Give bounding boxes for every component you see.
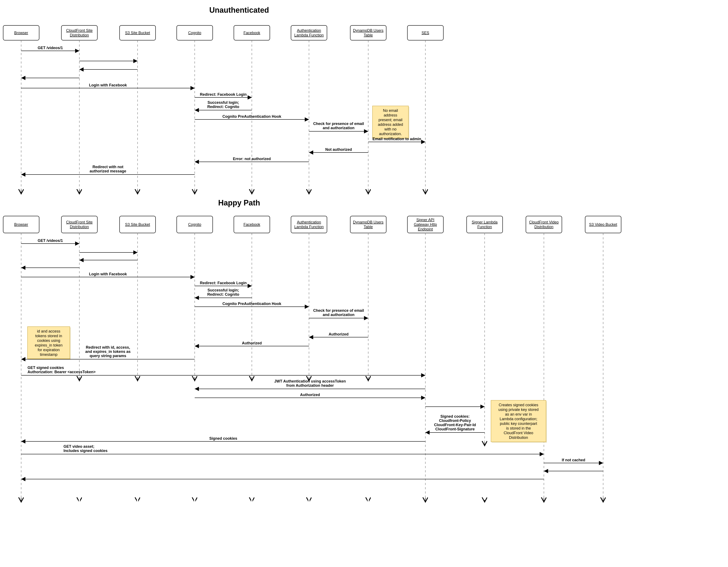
d2-note2-line: using private key stored: [498, 408, 539, 412]
d2-m9a: Redirect with id, access,: [86, 345, 130, 350]
d1-actor-7-label: SES: [422, 31, 429, 35]
d2-mask-5: [308, 382, 310, 504]
d1-actor-1-label: CloudFront Site: [66, 28, 92, 33]
d2-m10b: Authorization: Bearer <accessToken>: [28, 370, 96, 374]
d1-m9: Error: not authorized: [233, 157, 271, 161]
d2-actor-6: [350, 216, 386, 233]
d2-actor-9: [526, 216, 562, 233]
d1-m3: Redirect: Facebook Login: [200, 92, 247, 97]
d1-actor-5-label: Lambda Function: [294, 33, 324, 37]
d2-actor-1-label: Distribution: [70, 225, 89, 229]
d2-note1-line: timestamp: [40, 353, 57, 357]
d1-m10b: authorized message: [90, 169, 126, 173]
d2-note2-line: Distribution: [509, 436, 528, 440]
d1-m8: Not authorized: [325, 147, 352, 152]
d2-m1: GET /videos/1: [38, 238, 63, 243]
d2-m5: Cognito PreAuthentication Hook: [222, 302, 281, 306]
d1-actor-0-label: Browser: [14, 31, 28, 35]
d2-m12: Authorized: [300, 393, 320, 397]
d2-actor-8-label: Function: [477, 225, 492, 229]
d2-actor-5-label: Authentication: [297, 220, 321, 224]
d2-note1-line: id and access: [37, 329, 60, 334]
d2-actor-0-label: Browser: [14, 222, 28, 226]
d2-note2-line: is stored in the: [506, 426, 531, 430]
d2-note2-line: Creates signed cookies: [499, 403, 538, 407]
d2-note2-line: Lambda configuration;: [500, 417, 537, 421]
d2-note1-line: expires_in token: [35, 343, 62, 348]
d1-m1: GET /videos/1: [38, 46, 63, 50]
d1-note1-line: authorization.: [379, 132, 402, 136]
d2-note2-line: CloudFront Video: [504, 431, 533, 435]
d2-m13d: CloudFront-Signature: [435, 427, 475, 431]
d2-actor-1-label: CloudFront Site: [66, 220, 92, 224]
d2-actor-2-label: S3 Site Bucket: [125, 222, 150, 226]
d2-note2-line: as an env var in: [505, 412, 532, 416]
d2-m2: Login with Facebook: [89, 272, 127, 276]
d2-actor-7-label: Endpoint: [418, 227, 433, 231]
d1-actor-6-label: Table: [364, 33, 373, 37]
d2-mask-8: [484, 444, 485, 500]
d1-note1-line: address: [384, 113, 397, 117]
d2-actor-3-label: Cognito: [188, 222, 201, 226]
d2-m7: Authorized: [329, 332, 349, 336]
d1-note1-line: with no: [384, 127, 396, 131]
d2-actor-9-label: Distribution: [534, 225, 553, 229]
d1-note1-line: present; email: [378, 118, 402, 122]
d2-actor-10-label: S3 Video Bucket: [589, 222, 617, 226]
d2-mask-cognito: [194, 390, 195, 499]
d1-actor-3-label: Cognito: [188, 31, 201, 35]
d1-m4b: Redirect: Cognito: [207, 105, 239, 109]
d2-m8: Authorized: [242, 341, 262, 345]
d2-note2-line: public key counterpart: [500, 422, 537, 426]
d2-note1-line: tokens stored in: [35, 334, 62, 338]
d2-actor-8-label: Signer Lambda: [472, 220, 498, 224]
d1-m7: Email notification to admin: [372, 137, 421, 141]
d2-m15b: Includes signed cookies: [63, 449, 108, 453]
diagram1-title: Unauthenticated: [209, 6, 269, 14]
d2-note1-line: for expiration: [38, 348, 60, 352]
d2-m9c: query string params: [90, 354, 126, 358]
d2-m10a: GET signed cookies: [28, 366, 64, 370]
d2-mask-4: [251, 382, 252, 504]
d2-note1-line: cookies using: [37, 339, 60, 343]
d2-mask-2: [137, 382, 138, 504]
d2-actor-5-label: Lambda Function: [294, 225, 324, 229]
d2-mask-1: [79, 382, 80, 504]
d1-actor-5-label: Authentication: [297, 28, 321, 33]
diagram2-title: Happy Path: [218, 198, 260, 207]
d1-m4a: Successful login;: [207, 100, 239, 105]
d1-note1-line: No email: [383, 108, 398, 113]
d2-m13b: Cloudfront-Policy: [439, 419, 471, 423]
d2-m13a: Signed cookies:: [440, 414, 470, 419]
d1-m10a: Redirect with not: [92, 165, 123, 169]
d2-m4a: Successful login;: [207, 288, 239, 292]
d1-actor-2-label: S3 Site Bucket: [125, 31, 150, 35]
d2-actor-4-label: Facebook: [243, 222, 260, 226]
d2-m13c: CloudFront-Key-Pair-Id: [434, 423, 476, 427]
d1-m6a: Check for presence of email: [313, 122, 364, 126]
d2-m9b: and expires_in tokens as: [85, 350, 131, 354]
d1-actor-4-label: Facebook: [243, 31, 260, 35]
d2-actor-9-label: CloudFront Video: [529, 220, 559, 224]
d1-actor-6-label: DynamoDB Users: [353, 28, 383, 33]
d2-actor-5: [291, 216, 327, 233]
d2-actor-6-label: Table: [364, 225, 373, 229]
d2-mask-6: [368, 382, 369, 504]
d1-m5: Cognito PreAuthentication Hook: [222, 114, 281, 119]
d1-m6b: and authorization: [323, 126, 354, 130]
d1-actor-1: [61, 25, 97, 40]
d2-actor-1: [61, 216, 97, 233]
d2-m11a: JWT Authentication using accessToken: [274, 379, 346, 383]
d1-actor-1-label: Distribution: [70, 33, 89, 37]
d1-note1-line: address added: [378, 122, 403, 127]
d2-actor-7-label: Signer API: [416, 218, 434, 222]
d2-actor-8: [467, 216, 503, 233]
d2-m4b: Redirect: Cognito: [207, 292, 239, 297]
d2-m11b: from Authorization header: [286, 383, 334, 388]
d2-m15a: GET video asset;: [63, 444, 94, 449]
d2-actor-6-label: DynamoDB Users: [353, 220, 383, 224]
d1-actor-6: [350, 25, 386, 40]
d2-m14: Signed cookies: [209, 436, 237, 441]
d2-actor-7-label: Gateway Http: [414, 222, 437, 226]
d2-m3: Redirect: Facebook Login: [200, 281, 247, 285]
